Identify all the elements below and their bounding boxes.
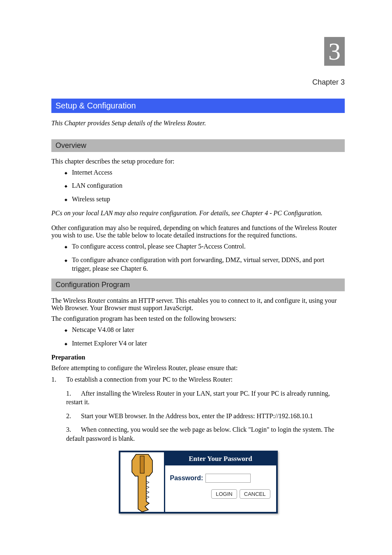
list-item: Wireless setup <box>65 195 345 204</box>
config-prep-title: Preparation <box>51 354 345 361</box>
overview-lead: This chapter describes the setup procedu… <box>51 158 345 165</box>
password-label: Password: <box>170 474 203 482</box>
list-item: Internet Explorer V4 or later <box>65 339 345 348</box>
section-title-config: Configuration Program <box>51 279 345 291</box>
step-item: 1.After installing the Wireless Router i… <box>66 389 345 407</box>
cancel-button[interactable]: CANCEL <box>240 489 270 499</box>
password-input[interactable] <box>205 474 251 483</box>
list-item: To configure advance configuration with … <box>65 256 345 273</box>
svg-rect-0 <box>140 456 144 473</box>
config-para1: The Wireless Router contains an HTTP ser… <box>51 297 345 312</box>
config-substeps: 1.After installing the Wireless Router i… <box>51 389 345 443</box>
section-intro: This Chapter provides Setup details of t… <box>51 119 345 128</box>
overview-note: PCs on your local LAN may also require c… <box>51 210 345 217</box>
chapter-number: 3 <box>328 37 341 66</box>
section-title-main: Setup & Configuration <box>51 99 345 113</box>
login-title: Enter Your Password <box>165 452 276 465</box>
overview-bullets-2: To configure access control, please see … <box>51 242 345 273</box>
step-number: 1. <box>51 375 66 384</box>
config-steps: 1.To establish a connection from your PC… <box>51 375 345 384</box>
login-panel: Enter Your Password Password: LOGIN CANC… <box>119 451 278 514</box>
key-icon <box>128 452 157 512</box>
config-para2: The configuration program has been teste… <box>51 315 345 322</box>
login-button[interactable]: LOGIN <box>211 489 237 499</box>
config-prep-text: Before attempting to configure the Wirel… <box>51 364 345 372</box>
step-number: 1. <box>66 389 81 398</box>
step-number: 3. <box>66 425 81 434</box>
overview-lead2: Other configuration may also be required… <box>51 224 345 239</box>
config-url: HTTP://192.168.10.1 <box>256 412 313 419</box>
list-item: To configure access control, please see … <box>65 242 345 251</box>
login-key-cell <box>119 451 164 513</box>
config-browser-bullets: Netscape V4.08 or later Internet Explore… <box>51 326 345 348</box>
step-number: 2. <box>66 412 81 421</box>
step-item: 2.Start your WEB browser. In the Address… <box>66 412 345 421</box>
step-item: 1.To establish a connection from your PC… <box>51 375 345 384</box>
list-item: Netscape V4.08 or later <box>65 326 345 334</box>
overview-bullets: Internet Access LAN configuration Wirele… <box>51 168 345 204</box>
list-item: Internet Access <box>65 168 345 177</box>
chapter-number-badge: 3 <box>324 37 345 66</box>
login-figure: Enter Your Password Password: LOGIN CANC… <box>51 451 345 514</box>
page-content: Setup & Configuration This Chapter provi… <box>51 99 345 514</box>
step-item: 3.When connecting, you would see the web… <box>66 425 345 443</box>
list-item: LAN configuration <box>65 182 345 190</box>
chapter-label: Chapter 3 <box>312 78 345 87</box>
section-title-overview: Overview <box>51 139 345 152</box>
